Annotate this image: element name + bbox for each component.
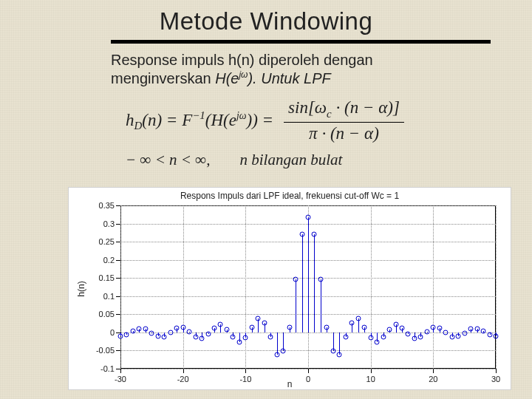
data-marker [393, 322, 398, 327]
body-line-2a: menginverskan [111, 70, 215, 86]
data-marker [424, 329, 429, 334]
tick-x-label: -30 [115, 375, 126, 383]
data-marker [337, 352, 342, 357]
stem [314, 234, 315, 332]
tick-y-label: 0.1 [85, 292, 115, 301]
data-marker [375, 340, 380, 345]
tick-y-label: 0.2 [85, 256, 115, 265]
title-rule [111, 40, 491, 44]
data-marker [193, 334, 198, 339]
formula-sup-m1: −1 [192, 109, 205, 121]
tick-y-label: 0.25 [85, 237, 115, 246]
data-marker [274, 352, 279, 357]
tick-x [496, 369, 497, 373]
data-marker [387, 327, 392, 332]
data-marker [130, 329, 135, 334]
tick-y-label: 0.3 [85, 219, 115, 228]
stem [277, 332, 278, 355]
formula-denominator: π · (n − α) [304, 123, 383, 143]
formula-sub-d: D [134, 120, 143, 132]
data-marker [418, 334, 423, 339]
page-title: Metode Windowing [0, 7, 532, 35]
tick-x-label: 10 [366, 375, 375, 383]
data-marker [362, 325, 367, 330]
formula-mid: (H(e [205, 110, 236, 129]
tick-x [433, 369, 434, 373]
data-marker [431, 324, 436, 330]
slide: Metode Windowing Response impuls h(n) di… [0, 0, 532, 399]
data-marker [412, 336, 417, 341]
stem [339, 332, 340, 355]
formula-sup-jw: jω [236, 110, 247, 121]
data-marker [306, 214, 311, 219]
tick-x-label: 30 [491, 375, 500, 383]
data-marker [487, 332, 492, 338]
data-marker [312, 232, 317, 237]
grid-line-v [496, 205, 497, 369]
data-marker [349, 321, 355, 326]
data-marker [343, 335, 348, 340]
chart-axes: -0.1-0.0500.050.10.150.20.250.30.35-30-2… [120, 205, 496, 369]
grid-line-v [245, 205, 246, 369]
data-marker [355, 316, 361, 321]
formula-num-a: sin[ω [288, 98, 327, 117]
data-marker [256, 316, 261, 321]
data-marker [212, 325, 217, 330]
tick-x-label: -10 [239, 375, 251, 383]
data-marker [299, 232, 304, 237]
stem [321, 279, 321, 332]
data-marker [187, 329, 192, 334]
data-marker [324, 325, 330, 330]
chart: Respons Impuls dari LPF ideal, frekuensi… [68, 187, 511, 390]
chart-title: Respons Impuls dari LPF ideal, frekuensi… [69, 191, 511, 201]
body-text: Response impuls h(n) diperoleh dengan me… [111, 51, 510, 88]
formula-eq-f: (n) = F [142, 110, 192, 129]
formula-block: hD(n) = F−1(H(ejω)) = sin[ωc · (n − α)] … [126, 98, 532, 169]
data-marker [137, 326, 142, 331]
tick-x [183, 369, 184, 373]
data-marker [205, 332, 211, 337]
data-marker [400, 325, 405, 330]
data-marker [293, 277, 299, 282]
data-marker [218, 322, 223, 327]
data-marker [437, 326, 442, 331]
data-marker [243, 335, 248, 341]
data-marker [162, 334, 167, 339]
formula-lhs: hD(n) = F−1(H(ejω)) = [126, 109, 273, 132]
tick-y-label: 0.05 [85, 310, 115, 318]
grid-line-v [371, 205, 372, 369]
data-marker [468, 327, 474, 332]
stem [302, 234, 303, 332]
grid-line-v [183, 205, 184, 369]
formula-mid2: )) = [246, 110, 273, 129]
data-marker [168, 330, 173, 335]
tick-x [245, 369, 246, 373]
data-marker [200, 336, 205, 341]
stem [308, 217, 309, 332]
formula-fraction: sin[ωc · (n − α)] π · (n − α) [284, 98, 404, 143]
body-line-1: Response impuls h(n) diperoleh dengan [111, 52, 373, 68]
data-marker [143, 327, 148, 332]
data-marker [462, 330, 467, 335]
grid-line-v [120, 205, 121, 369]
data-marker [236, 340, 242, 345]
tick-x [371, 369, 372, 373]
tick-x-label: 0 [306, 375, 310, 383]
data-marker [406, 332, 411, 337]
data-marker [124, 332, 129, 338]
body-sup-jw: jω [239, 69, 248, 80]
tick-y-label: 0 [85, 328, 115, 337]
tick-y-label: 0.35 [85, 201, 115, 210]
tick-x [120, 369, 121, 373]
data-marker [180, 324, 185, 330]
data-marker [149, 330, 154, 335]
data-marker [494, 334, 499, 339]
formula-numerator: sin[ωc · (n − α)] [284, 98, 404, 123]
data-marker [224, 327, 229, 332]
data-marker [481, 329, 486, 334]
body-line-2c: ). Untuk LPF [248, 70, 330, 86]
data-marker [174, 326, 180, 331]
grid-line-v [433, 205, 434, 369]
data-marker [262, 321, 267, 326]
data-marker [456, 334, 461, 339]
